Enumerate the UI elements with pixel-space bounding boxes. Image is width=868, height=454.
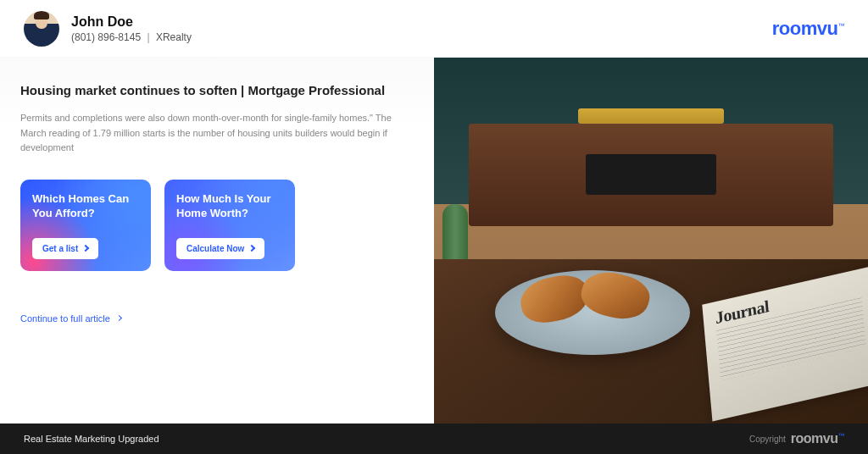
brand-tm: ™ [838,21,845,29]
footer: Real Estate Marketing Upgraded Copyright… [0,424,868,454]
card-title: Which Homes Can You Afford? [32,191,139,221]
chevron-right-icon [116,315,122,321]
agent-phone: (801) 896-8145 [71,31,141,43]
hero-image-column [434,58,868,424]
hero-image [434,58,868,424]
continue-label: Continue to full article [20,313,110,324]
agent-block: John Doe (801) 896-8145 | XRealty [24,11,192,47]
article-excerpt: Permits and completions were also down m… [20,111,410,156]
calculate-now-button[interactable]: Calculate Now [176,238,264,259]
main: Housing market continues to soften | Mor… [0,58,868,424]
agent-contact: (801) 896-8145 | XRealty [71,31,192,43]
cta-label: Get a list [42,244,78,253]
get-list-button[interactable]: Get a list [32,238,98,259]
card-home-worth[interactable]: How Much Is Your Home Worth? Calculate N… [164,180,295,271]
card-title: How Much Is Your Home Worth? [176,191,283,221]
agent-info: John Doe (801) 896-8145 | XRealty [71,14,192,43]
article-title: Housing market continues to soften | Mor… [20,81,410,99]
footer-tagline: Real Estate Marketing Upgraded [24,434,159,444]
card-afford[interactable]: Which Homes Can You Afford? Get a list [20,180,151,271]
sideboard [469,124,833,226]
cta-label: Calculate Now [186,244,244,253]
chevron-right-icon [248,245,255,252]
header: John Doe (801) 896-8145 | XRealty roomvu… [0,0,868,58]
cta-cards: Which Homes Can You Afford? Get a list H… [20,180,410,271]
article-column: Housing market continues to soften | Mor… [0,58,434,424]
agent-avatar[interactable] [24,11,59,47]
copyright-label: Copyright [749,435,786,444]
divider: | [147,31,149,43]
continue-article-link[interactable]: Continue to full article [20,313,121,324]
agent-name: John Doe [71,14,192,30]
brand-text: roomvu [772,18,838,39]
agent-company: XRealty [156,31,192,43]
brand-logo[interactable]: roomvu™ [772,18,844,40]
footer-right: Copyright roomvu™ [749,431,844,446]
footer-brand: roomvu™ [791,431,844,446]
chevron-right-icon [82,245,89,252]
